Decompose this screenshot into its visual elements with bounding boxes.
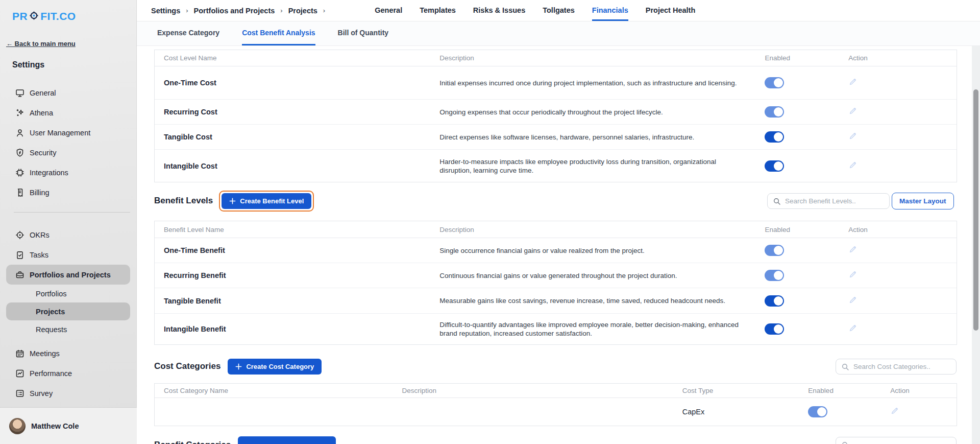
table-row: One-Time Cost Initial expenses incurred … xyxy=(155,66,957,99)
scrollbar[interactable] xyxy=(972,46,980,444)
sidebar-item-okrs[interactable]: OKRs xyxy=(6,225,130,245)
tab-general[interactable]: General xyxy=(375,0,402,21)
chevron-right-icon: › xyxy=(280,7,282,14)
benefit-categories-search-input[interactable] xyxy=(853,441,951,444)
cost-levels-table: Cost Level Name Description Enabled Acti… xyxy=(154,50,957,182)
logo-text-left: PR xyxy=(12,10,28,22)
search-icon xyxy=(841,441,849,444)
cost-benefit-analysis-settings-page: PR FIT.CO ← Back to main menu Settings G… xyxy=(0,0,980,444)
edit-icon[interactable] xyxy=(848,106,857,115)
top-navigation-bar: Settings › Portfolios and Projects › Pro… xyxy=(137,0,980,21)
edit-icon[interactable] xyxy=(848,323,857,333)
sidebar-nav: General Athena User Management Security xyxy=(0,83,136,403)
scrollbar-thumb[interactable] xyxy=(973,89,978,331)
benefit-levels-table: Benefit Level Name Description Enabled A… xyxy=(154,221,957,345)
edit-icon[interactable] xyxy=(848,245,857,254)
benefit-levels-search xyxy=(767,193,890,209)
subtab-expense-category[interactable]: Expense Category xyxy=(157,21,219,45)
sidebar-item-tasks[interactable]: Tasks xyxy=(6,245,130,265)
enabled-toggle[interactable] xyxy=(808,406,827,417)
logo-target-icon xyxy=(29,11,39,22)
benefit-levels-search-input[interactable] xyxy=(785,197,884,205)
target-icon xyxy=(15,230,25,240)
sparkles-icon xyxy=(15,108,25,118)
table-row: Tangible Benefit Measurable gains like c… xyxy=(155,288,957,313)
receipt-icon xyxy=(15,188,25,198)
profit-co-logo[interactable]: PR FIT.CO xyxy=(0,0,136,22)
table-header-row: Cost Category Name Description Cost Type… xyxy=(155,384,957,398)
user-avatar xyxy=(9,418,26,434)
edit-icon[interactable] xyxy=(848,77,857,86)
enabled-toggle[interactable] xyxy=(765,270,784,281)
create-benefit-level-button[interactable]: Create Benefit Level xyxy=(222,193,311,209)
cost-categories-table: Cost Category Name Description Cost Type… xyxy=(154,383,957,426)
enabled-toggle[interactable] xyxy=(765,131,784,143)
user-name: Matthew Cole xyxy=(31,422,79,430)
table-header-row: Benefit Level Name Description Enabled A… xyxy=(155,221,957,238)
enabled-toggle[interactable] xyxy=(765,160,784,172)
sidebar-item-performance[interactable]: Performance xyxy=(6,363,130,383)
edit-icon[interactable] xyxy=(848,295,857,305)
breadcrumb-settings[interactable]: Settings xyxy=(151,7,180,15)
cost-categories-search-input[interactable] xyxy=(853,363,951,370)
sidebar-item-security[interactable]: Security xyxy=(6,143,130,162)
sidebar: PR FIT.CO ← Back to main menu Settings G… xyxy=(0,0,137,444)
edit-icon[interactable] xyxy=(848,270,857,279)
tab-templates[interactable]: Templates xyxy=(420,0,456,21)
plus-icon xyxy=(229,198,236,204)
master-layout-button[interactable]: Master Layout xyxy=(892,193,954,209)
enabled-toggle[interactable] xyxy=(765,295,784,307)
table-row: Tangible Cost Direct expenses like softw… xyxy=(155,124,957,149)
sidebar-item-survey[interactable]: Survey xyxy=(6,383,130,403)
breadcrumb-projects[interactable]: Projects xyxy=(288,7,317,15)
back-to-main-menu-link[interactable]: ← Back to main menu xyxy=(6,40,76,48)
create-benefit-category-button[interactable] xyxy=(238,436,336,444)
sidebar-heading: Settings xyxy=(12,60,136,69)
sidebar-item-requests[interactable]: Requests xyxy=(6,320,130,338)
search-icon xyxy=(773,197,781,205)
tab-financials[interactable]: Financials xyxy=(592,0,628,21)
edit-icon[interactable] xyxy=(848,160,857,170)
section-title-benefit-levels: Benefit Levels xyxy=(154,196,213,206)
sidebar-item-meetings[interactable]: Meetings xyxy=(6,343,130,363)
subtab-cost-benefit-analysis[interactable]: Cost Benefit Analysis xyxy=(242,21,315,45)
top-tabs: General Templates Risks & Issues Tollgat… xyxy=(375,0,695,21)
tab-risks-issues[interactable]: Risks & Issues xyxy=(473,0,525,21)
sidebar-item-portfolios[interactable]: Portfolios xyxy=(6,285,130,302)
benefit-categories-section-header: Benefit Categories xyxy=(154,433,336,444)
main-area: Settings › Portfolios and Projects › Pro… xyxy=(137,0,980,444)
edit-icon[interactable] xyxy=(848,131,857,141)
clipboard-icon xyxy=(15,250,25,260)
breadcrumb: Settings › Portfolios and Projects › Pro… xyxy=(151,0,331,21)
subtab-bill-of-quantity[interactable]: Bill of Quantity xyxy=(338,21,389,45)
monitor-icon xyxy=(15,88,25,98)
sidebar-item-athena[interactable]: Athena xyxy=(6,103,130,123)
section-title-benefit-categories: Benefit Categories xyxy=(154,440,231,444)
sidebar-item-projects[interactable]: Projects xyxy=(6,302,130,320)
edit-icon[interactable] xyxy=(890,406,899,415)
breadcrumb-portfolios-and-projects[interactable]: Portfolios and Projects xyxy=(194,7,275,15)
sidebar-item-user-management[interactable]: User Management xyxy=(6,123,130,143)
chevron-right-icon: › xyxy=(323,7,325,14)
table-row: Intangible Benefit Difficult-to-quantify… xyxy=(155,313,957,344)
enabled-toggle[interactable] xyxy=(765,106,784,118)
sidebar-item-integrations[interactable]: Integrations xyxy=(6,162,130,182)
user-profile-row[interactable]: Matthew Cole xyxy=(0,407,137,444)
enabled-toggle[interactable] xyxy=(765,323,784,335)
shield-icon xyxy=(15,148,25,158)
briefcase-icon xyxy=(15,270,25,280)
sub-tabs: Expense Category Cost Benefit Analysis B… xyxy=(137,21,980,46)
logo-text-right: FIT.CO xyxy=(40,10,76,22)
sidebar-item-general[interactable]: General xyxy=(6,83,130,103)
sidebar-item-portfolios-and-projects[interactable]: Portfolios and Projects xyxy=(6,265,130,285)
create-cost-category-button[interactable]: Create Cost Category xyxy=(228,359,322,375)
highlight-box: Create Benefit Level xyxy=(219,191,314,212)
tab-project-health[interactable]: Project Health xyxy=(646,0,696,21)
chart-icon xyxy=(15,368,25,379)
cost-categories-section-header: Cost Categories Create Cost Category xyxy=(154,355,322,378)
sidebar-item-billing[interactable]: Billing xyxy=(6,182,130,202)
enabled-toggle[interactable] xyxy=(765,245,784,256)
table-header-row: Cost Level Name Description Enabled Acti… xyxy=(155,50,957,66)
tab-tollgates[interactable]: Tollgates xyxy=(543,0,575,21)
enabled-toggle[interactable] xyxy=(765,77,784,88)
